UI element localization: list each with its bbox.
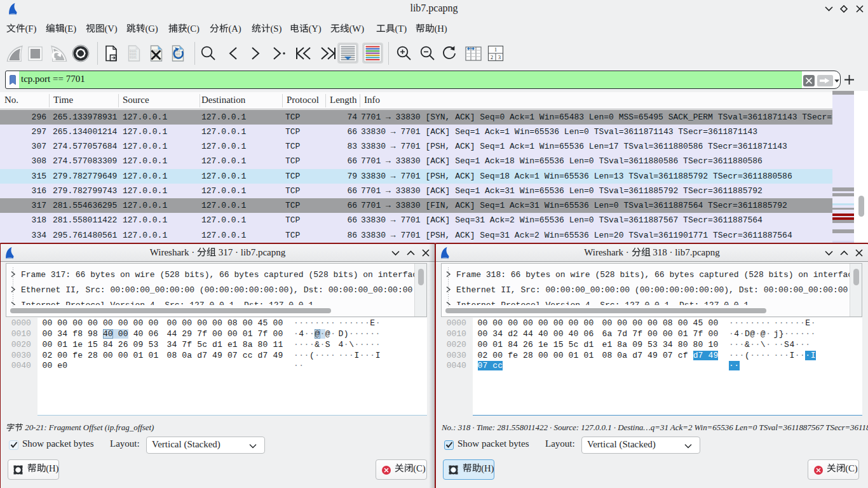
svg-text:3: 3: [498, 55, 501, 60]
svg-text:2: 2: [491, 55, 493, 60]
svg-text:1: 1: [494, 47, 497, 53]
svg-text:0101: 0101: [130, 56, 137, 59]
